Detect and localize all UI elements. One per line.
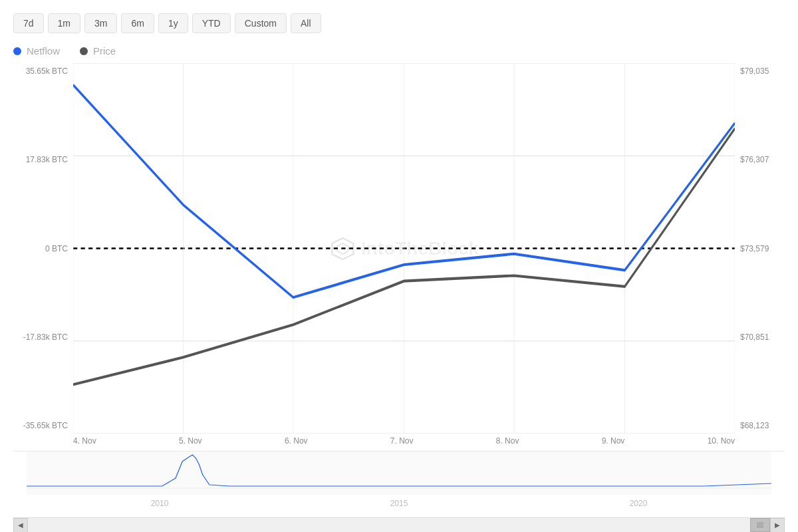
y-left-2: 0 BTC <box>13 244 68 253</box>
main-chart-wrapper: 35.65k BTC 17.83k BTC 0 BTC -17.83k BTC … <box>13 63 785 434</box>
y-left-1: 17.83k BTC <box>13 155 68 164</box>
scroll-thumb-lines <box>757 523 763 527</box>
x-label-3: 7. Nov <box>390 436 414 446</box>
mini-x-label-0: 2010 <box>151 499 169 508</box>
x-label-5: 9. Nov <box>602 436 625 446</box>
y-left-4: -35.65k BTC <box>13 421 68 430</box>
y-axis-right: $79,035 $76,307 $73,579 $70,851 $68,123 <box>735 63 785 434</box>
y-left-3: -17.83k BTC <box>13 332 68 342</box>
x-axis: 4. Nov 5. Nov 6. Nov 7. Nov 8. Nov 9. No… <box>13 434 735 448</box>
chart-legend: Netflow Price <box>13 45 785 57</box>
btn-6m[interactable]: 6m <box>121 13 154 33</box>
mini-x-label-1: 2015 <box>390 499 408 508</box>
main-container: 7d 1m 3m 6m 1y YTD Custom All Netflow Pr… <box>0 0 798 532</box>
scrollbar[interactable]: ◀ ▶ <box>13 517 785 532</box>
y-right-1: $76,307 <box>740 155 785 164</box>
mini-chart-section: 2010 2015 2020 <box>13 451 785 517</box>
time-range-selector: 7d 1m 3m 6m 1y YTD Custom All <box>13 13 785 33</box>
x-label-0: 4. Nov <box>73 436 96 446</box>
x-label-4: 8. Nov <box>496 436 519 446</box>
y-axis-left: 35.65k BTC 17.83k BTC 0 BTC -17.83k BTC … <box>13 63 73 434</box>
main-svg <box>73 63 735 434</box>
scroll-right-btn[interactable]: ▶ <box>770 518 785 533</box>
mini-svg <box>27 452 771 495</box>
scroll-thumb[interactable] <box>750 518 770 532</box>
btn-1y[interactable]: 1y <box>158 13 188 33</box>
y-right-2: $73,579 <box>740 244 785 253</box>
btn-custom[interactable]: Custom <box>235 13 287 33</box>
y-right-0: $79,035 <box>740 66 785 76</box>
chart-canvas: IntoTheBlock <box>73 63 735 434</box>
netflow-label: Netflow <box>27 45 60 57</box>
x-label-6: 10. Nov <box>708 436 735 446</box>
legend-netflow: Netflow <box>13 45 60 57</box>
mini-chart-wrapper: 2010 2015 2020 <box>27 452 771 517</box>
y-right-3: $70,851 <box>740 332 785 342</box>
y-right-4: $68,123 <box>740 421 785 430</box>
btn-3m[interactable]: 3m <box>84 13 117 33</box>
legend-price: Price <box>80 45 116 57</box>
y-left-0: 35.65k BTC <box>13 66 68 76</box>
mini-x-axis: 2010 2015 2020 <box>27 497 771 508</box>
price-label: Price <box>93 45 116 57</box>
btn-7d[interactable]: 7d <box>13 13 44 33</box>
mini-x-label-2: 2020 <box>630 499 648 508</box>
x-label-1: 5. Nov <box>179 436 202 446</box>
x-label-2: 6. Nov <box>285 436 308 446</box>
chart-area: 35.65k BTC 17.83k BTC 0 BTC -17.83k BTC … <box>13 63 785 532</box>
btn-ytd[interactable]: YTD <box>192 13 231 33</box>
scroll-left-btn[interactable]: ◀ <box>13 518 28 533</box>
price-dot <box>80 47 88 55</box>
btn-1m[interactable]: 1m <box>48 13 80 33</box>
netflow-dot <box>13 47 21 55</box>
scroll-track[interactable] <box>28 518 770 532</box>
btn-all[interactable]: All <box>291 13 321 33</box>
